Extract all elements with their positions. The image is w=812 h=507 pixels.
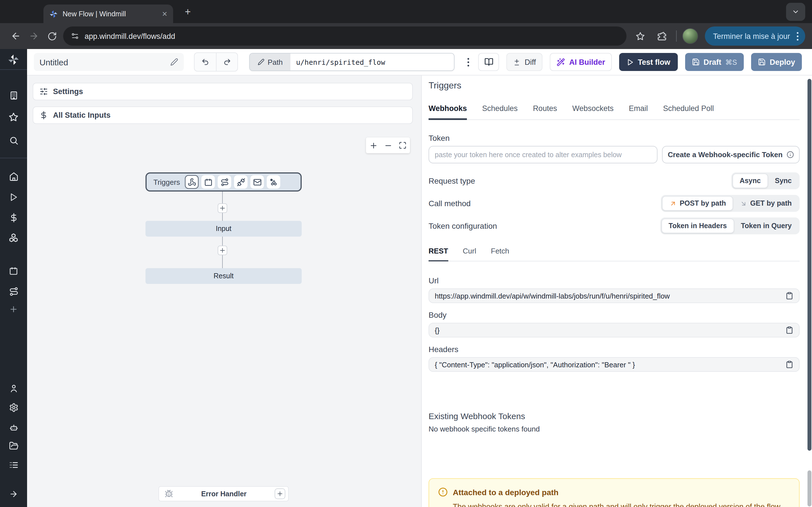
flow-graph-canvas[interactable]: Triggers Input	[27, 124, 421, 507]
sidebar-item-workspace[interactable]	[0, 89, 27, 102]
tab-curl[interactable]: Curl	[463, 247, 476, 261]
sidebar-item-settings[interactable]	[0, 400, 27, 414]
webhook-trigger-icon[interactable]	[185, 175, 199, 189]
profile-avatar[interactable]	[682, 28, 698, 44]
sidebar-item-home[interactable]	[0, 170, 27, 183]
token-input[interactable]: paste your token here once created to al…	[428, 146, 658, 163]
path-input[interactable]: u/henri/spirited_flow	[290, 54, 454, 70]
deploy-button[interactable]: Deploy	[751, 53, 802, 71]
url-bar[interactable]: app.windmill.dev/flows/add	[63, 26, 627, 46]
new-tab-button[interactable]: +	[182, 6, 194, 18]
chrome-menu-icon[interactable]	[795, 32, 801, 40]
site-settings-icon[interactable]	[71, 32, 79, 40]
sidebar-item-runs[interactable]	[0, 190, 27, 204]
copy-clipboard-icon[interactable]	[785, 360, 794, 369]
tab-schedules[interactable]: Schedules	[482, 104, 518, 119]
save-icon	[758, 58, 766, 66]
window-scrollbar[interactable]	[808, 470, 811, 506]
diff-button[interactable]: Diff	[507, 53, 543, 71]
static-inputs-card[interactable]: All Static Inputs	[33, 107, 413, 124]
call-method-toggle: POST by path GET by path	[661, 195, 800, 212]
scheduled-poll-trigger-icon[interactable]	[267, 175, 280, 189]
tab-search-chevron-icon[interactable]	[786, 3, 805, 21]
zoom-out-button[interactable]	[380, 137, 395, 153]
more-options-icon[interactable]	[466, 58, 471, 66]
sidebar-item-add[interactable]	[0, 302, 27, 316]
reload-icon[interactable]	[43, 27, 61, 45]
sidebar-item-favorites[interactable]	[0, 110, 27, 124]
create-webhook-token-button[interactable]: Create a Webhook-specific Token	[662, 146, 800, 163]
edit-name-pencil-icon[interactable]	[170, 58, 178, 66]
undo-redo-group	[194, 52, 238, 71]
triggers-node[interactable]: Triggers	[146, 172, 302, 191]
panel-scrollbar[interactable]	[808, 79, 811, 451]
flow-settings-card[interactable]: Settings	[33, 83, 413, 100]
error-handler-bar[interactable]: Error Handler	[158, 486, 289, 501]
divider	[0, 158, 27, 158]
forward-icon[interactable]	[25, 27, 43, 45]
tab-routes[interactable]: Routes	[533, 104, 557, 119]
docs-button[interactable]	[478, 53, 499, 71]
flow-name: Untitled	[40, 57, 68, 67]
copy-clipboard-icon[interactable]	[785, 292, 794, 300]
bookmark-star-icon[interactable]	[631, 27, 649, 45]
ai-builder-button[interactable]: AI Builder	[550, 53, 612, 71]
add-step-button[interactable]	[218, 245, 227, 255]
headers-field[interactable]: { "Content-Type": "application/json", "A…	[428, 357, 800, 372]
existing-tokens-heading: Existing Webhook Tokens	[428, 411, 800, 421]
sidebar-item-audit-logs[interactable]	[0, 458, 27, 471]
tab-close-icon[interactable]: ✕	[162, 10, 167, 18]
call-method-post[interactable]: POST by path	[662, 196, 733, 211]
chrome-update-button[interactable]: Terminer la mise à jour	[705, 26, 805, 46]
sidebar-expand-arrow-icon[interactable]	[0, 487, 27, 501]
sidebar-item-search[interactable]	[0, 133, 27, 147]
url-field[interactable]: https://app.windmill.dev/api/w/windmill-…	[428, 288, 800, 303]
sidebar-item-users[interactable]	[0, 381, 27, 395]
tab-rest[interactable]: REST	[428, 247, 448, 262]
warning-body: The webhooks are only valid for a given …	[453, 501, 790, 507]
sidebar-item-resources[interactable]	[0, 231, 27, 244]
test-flow-button[interactable]: Test flow	[619, 53, 677, 71]
sidebar-item-schedules[interactable]	[0, 264, 27, 278]
tab-scheduled-poll[interactable]: Scheduled Poll	[663, 104, 714, 119]
sidebar-item-ai-assistant[interactable]	[0, 420, 27, 434]
route-trigger-icon[interactable]	[218, 175, 231, 189]
request-type-async[interactable]: Async	[732, 173, 768, 188]
canvas-zoom-controls	[366, 137, 410, 153]
add-error-handler-button[interactable]	[274, 489, 285, 499]
sidebar-item-routes[interactable]	[0, 284, 27, 298]
sidebar-item-variables[interactable]	[0, 211, 27, 224]
browser-tab[interactable]: New Flow | Windmill ✕	[43, 4, 173, 23]
fit-view-button[interactable]	[395, 137, 410, 153]
undo-button[interactable]	[195, 53, 216, 71]
body-field[interactable]: {}	[428, 323, 800, 337]
result-node[interactable]: Result	[146, 268, 302, 284]
static-inputs-label: All Static Inputs	[53, 111, 110, 119]
flow-editor-toolbar: Untitled Path u/henri/spirited_flow	[27, 49, 812, 75]
headers-label: Headers	[428, 345, 800, 354]
extensions-icon[interactable]	[653, 27, 671, 45]
tab-email[interactable]: Email	[629, 104, 648, 119]
draft-button[interactable]: Draft ⌘S	[685, 53, 744, 71]
tab-fetch[interactable]: Fetch	[491, 247, 509, 261]
websocket-trigger-icon[interactable]	[234, 175, 248, 189]
redo-button[interactable]	[216, 53, 238, 71]
browser-tab-strip: New Flow | Windmill ✕ +	[0, 0, 812, 23]
email-trigger-icon[interactable]	[250, 175, 264, 189]
zoom-in-button[interactable]	[366, 137, 380, 153]
sidebar-item-folders[interactable]	[0, 439, 27, 452]
tab-webhooks[interactable]: Webhooks	[428, 104, 467, 120]
token-in-headers[interactable]: Token in Headers	[661, 219, 734, 233]
input-node[interactable]: Input	[146, 221, 302, 237]
tab-websockets[interactable]: Websockets	[572, 104, 614, 119]
windmill-logo-icon[interactable]	[0, 53, 27, 66]
back-icon[interactable]	[7, 27, 25, 45]
copy-clipboard-icon[interactable]	[785, 326, 794, 334]
token-in-query[interactable]: Token in Query	[734, 219, 799, 233]
error-handler-label: Error Handler	[173, 490, 274, 498]
call-method-get[interactable]: GET by path	[733, 196, 799, 211]
request-type-sync[interactable]: Sync	[768, 173, 799, 188]
schedule-trigger-icon[interactable]	[201, 175, 215, 189]
add-step-button[interactable]	[218, 203, 227, 213]
flow-name-box[interactable]: Untitled	[34, 53, 184, 71]
